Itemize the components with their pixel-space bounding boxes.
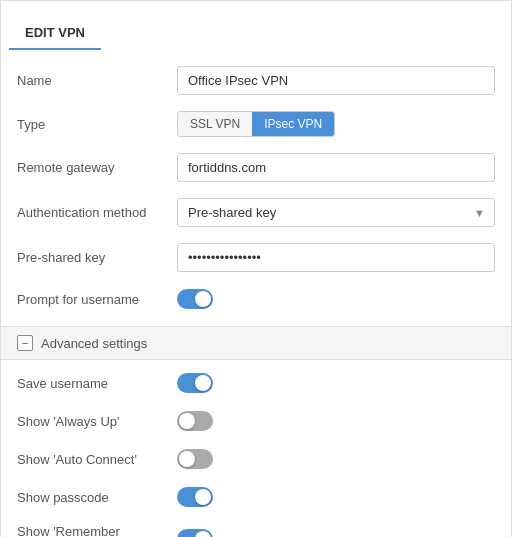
type-label: Type bbox=[17, 117, 177, 132]
ipsec-vpn-button[interactable]: IPsec VPN bbox=[252, 112, 334, 136]
advanced-item-label: Save username bbox=[17, 376, 177, 391]
type-row: Type SSL VPN IPsec VPN bbox=[1, 103, 511, 145]
advanced-item-control bbox=[177, 411, 495, 431]
advanced-toggle-0[interactable] bbox=[177, 373, 213, 393]
advanced-row: Show 'Remember Password' bbox=[1, 516, 511, 537]
advanced-item-control bbox=[177, 529, 495, 537]
type-toggle: SSL VPN IPsec VPN bbox=[177, 111, 335, 137]
auth-select[interactable]: Pre-shared key Certificate bbox=[177, 198, 495, 227]
prompt-control bbox=[177, 289, 495, 309]
gateway-input[interactable] bbox=[177, 153, 495, 182]
gateway-row: Remote gateway bbox=[1, 145, 511, 190]
advanced-item-control bbox=[177, 373, 495, 393]
advanced-toggle-2[interactable] bbox=[177, 449, 213, 469]
prompt-row: Prompt for username bbox=[1, 280, 511, 318]
type-control: SSL VPN IPsec VPN bbox=[177, 111, 495, 137]
advanced-rows: Save usernameShow 'Always Up'Show 'Auto … bbox=[1, 360, 511, 537]
advanced-item-label: Show passcode bbox=[17, 490, 177, 505]
ssl-vpn-button[interactable]: SSL VPN bbox=[178, 112, 252, 136]
edit-vpn-dialog: EDIT VPN Name Type SSL VPN IPsec VPN Rem… bbox=[0, 0, 512, 537]
gateway-control bbox=[177, 153, 495, 182]
psk-input[interactable] bbox=[177, 243, 495, 272]
advanced-item-label: Show 'Remember Password' bbox=[17, 524, 177, 537]
page-title: EDIT VPN bbox=[9, 13, 101, 50]
auth-select-wrapper: Pre-shared key Certificate ▼ bbox=[177, 198, 495, 227]
psk-row: Pre-shared key bbox=[1, 235, 511, 280]
advanced-item-control bbox=[177, 449, 495, 469]
advanced-toggle-4[interactable] bbox=[177, 529, 213, 537]
advanced-row: Show passcode bbox=[1, 478, 511, 516]
name-input[interactable] bbox=[177, 66, 495, 95]
auth-control: Pre-shared key Certificate ▼ bbox=[177, 198, 495, 227]
advanced-toggle-1[interactable] bbox=[177, 411, 213, 431]
auth-label: Authentication method bbox=[17, 205, 177, 220]
advanced-toggle-3[interactable] bbox=[177, 487, 213, 507]
gateway-label: Remote gateway bbox=[17, 160, 177, 175]
name-control bbox=[177, 66, 495, 95]
advanced-item-label: Show 'Auto Connect' bbox=[17, 452, 177, 467]
prompt-toggle[interactable] bbox=[177, 289, 213, 309]
advanced-item-label: Show 'Always Up' bbox=[17, 414, 177, 429]
advanced-settings-header[interactable]: − Advanced settings bbox=[1, 326, 511, 360]
name-label: Name bbox=[17, 73, 177, 88]
name-row: Name bbox=[1, 58, 511, 103]
form-section: Name Type SSL VPN IPsec VPN Remote gatew… bbox=[1, 50, 511, 326]
auth-row: Authentication method Pre-shared key Cer… bbox=[1, 190, 511, 235]
psk-control bbox=[177, 243, 495, 272]
advanced-row: Save username bbox=[1, 364, 511, 402]
advanced-row: Show 'Auto Connect' bbox=[1, 440, 511, 478]
prompt-label: Prompt for username bbox=[17, 292, 177, 307]
advanced-item-control bbox=[177, 487, 495, 507]
psk-label: Pre-shared key bbox=[17, 250, 177, 265]
advanced-label: Advanced settings bbox=[41, 336, 147, 351]
collapse-icon: − bbox=[17, 335, 33, 351]
advanced-row: Show 'Always Up' bbox=[1, 402, 511, 440]
